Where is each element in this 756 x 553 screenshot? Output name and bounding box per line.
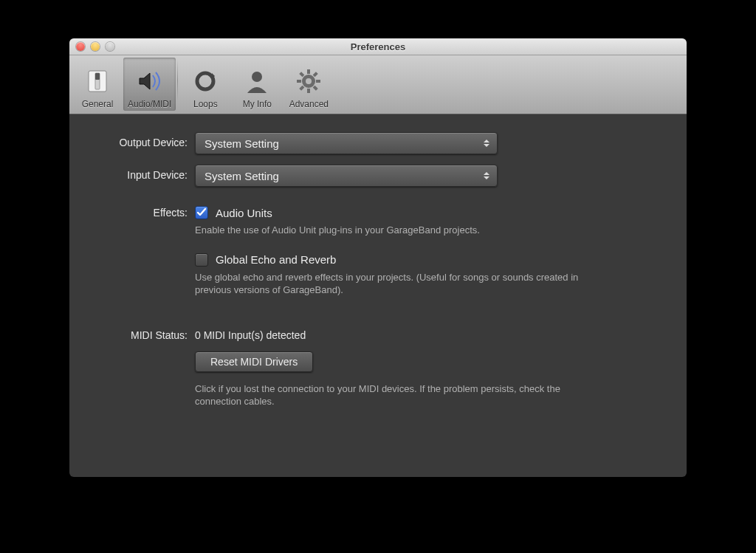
titlebar: Preferences <box>69 38 687 55</box>
toolbar-separator <box>177 59 178 102</box>
preferences-window: Preferences General Audio/MIDI <box>69 38 687 477</box>
zoom-window-button[interactable] <box>106 42 114 51</box>
input-device-select[interactable]: System Setting <box>195 165 498 187</box>
svg-rect-9 <box>316 80 320 83</box>
svg-point-4 <box>252 72 262 82</box>
close-window-button[interactable] <box>76 42 85 51</box>
tab-label: Loops <box>193 99 218 109</box>
audio-units-checkbox[interactable] <box>195 206 208 219</box>
global-echo-title: Global Echo and Reverb <box>216 253 336 266</box>
svg-point-14 <box>306 78 312 84</box>
global-echo-desc: Use global echo and reverb effects in yo… <box>195 271 608 297</box>
svg-rect-7 <box>307 89 310 93</box>
reset-midi-button[interactable]: Reset MIDI Drivers <box>195 351 313 372</box>
tab-label: Advanced <box>289 99 329 109</box>
tab-advanced[interactable]: Advanced <box>283 58 334 111</box>
window-controls <box>69 42 114 51</box>
minimize-window-button[interactable] <box>91 42 100 51</box>
output-device-label: Output Device: <box>77 132 195 148</box>
midi-desc: Click if you lost the connection to your… <box>195 382 608 408</box>
svg-rect-2 <box>95 73 100 80</box>
svg-rect-11 <box>300 86 305 91</box>
audio-units-desc: Enable the use of Audio Unit plug-ins in… <box>195 224 608 237</box>
svg-rect-6 <box>307 69 310 74</box>
preferences-toolbar: General Audio/MIDI Loops <box>69 55 687 114</box>
svg-rect-8 <box>297 80 301 83</box>
updown-icon <box>482 136 491 151</box>
midi-status-label: MIDI Status: <box>77 329 195 341</box>
reset-midi-label: Reset MIDI Drivers <box>210 356 298 368</box>
tab-loops[interactable]: Loops <box>179 58 231 111</box>
input-device-value: System Setting <box>205 170 279 182</box>
output-device-select[interactable]: System Setting <box>195 132 498 154</box>
preferences-content: Output Device: System Setting Input Devi… <box>69 114 687 441</box>
updown-icon <box>482 168 491 183</box>
svg-point-3 <box>197 73 213 89</box>
input-device-label: Input Device: <box>77 165 195 181</box>
loop-icon <box>190 66 221 97</box>
tab-my-info[interactable]: My Info <box>231 58 283 111</box>
svg-rect-12 <box>300 72 305 77</box>
svg-rect-10 <box>313 72 318 77</box>
audio-units-title: Audio Units <box>216 207 272 219</box>
person-icon <box>241 66 272 97</box>
tab-label: Audio/MIDI <box>128 99 171 109</box>
effects-label: Effects: <box>77 206 195 219</box>
gear-icon <box>293 66 324 97</box>
window-title: Preferences <box>69 41 687 52</box>
global-echo-checkbox[interactable] <box>195 253 208 267</box>
tab-audio-midi[interactable]: Audio/MIDI <box>123 58 176 111</box>
tab-label: General <box>82 99 114 109</box>
switch-icon <box>82 66 113 97</box>
midi-status-value: 0 MIDI Input(s) detected <box>195 329 608 341</box>
speaker-icon <box>134 66 165 97</box>
svg-rect-13 <box>313 86 318 91</box>
output-device-value: System Setting <box>205 137 279 150</box>
tab-label: My Info <box>243 99 272 109</box>
tab-general[interactable]: General <box>72 58 123 111</box>
